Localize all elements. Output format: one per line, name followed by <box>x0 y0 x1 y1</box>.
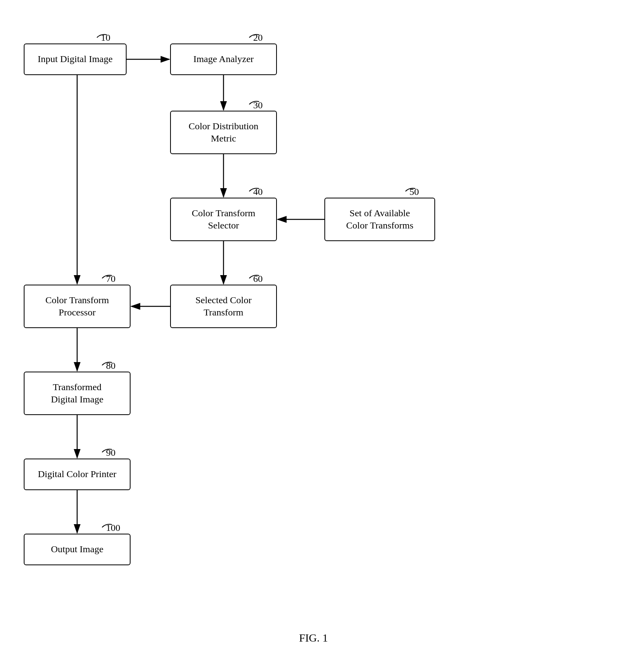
set-of-available-color-transforms-label: Set of AvailableColor Transforms <box>346 207 413 232</box>
ref-60: 60 <box>253 274 263 284</box>
input-digital-image-box: Input Digital Image <box>24 43 127 75</box>
selected-color-transform-box: Selected ColorTransform <box>170 285 277 328</box>
transformed-digital-image-box: TransformedDigital Image <box>24 372 131 415</box>
ref-10: 10 <box>101 32 110 43</box>
ref-70: 70 <box>106 274 116 284</box>
figure-caption: FIG. 1 <box>299 632 328 644</box>
color-transform-selector-label: Color TransformSelector <box>192 207 256 232</box>
set-of-available-color-transforms-box: Set of AvailableColor Transforms <box>324 198 435 241</box>
color-transform-processor-box: Color TransformProcessor <box>24 285 131 328</box>
ref-30: 30 <box>253 100 263 111</box>
diagram-container: Input Digital Image Image Analyzer Color… <box>0 16 627 656</box>
input-digital-image-label: Input Digital Image <box>38 53 112 65</box>
transformed-digital-image-label: TransformedDigital Image <box>51 381 104 406</box>
color-distribution-metric-box: Color DistributionMetric <box>170 111 277 154</box>
digital-color-printer-box: Digital Color Printer <box>24 459 131 490</box>
output-image-label: Output Image <box>51 543 104 555</box>
ref-20: 20 <box>253 32 263 43</box>
color-transform-processor-label: Color TransformProcessor <box>45 294 109 319</box>
ref-90: 90 <box>106 447 116 458</box>
ref-80: 80 <box>106 361 116 371</box>
color-distribution-metric-label: Color DistributionMetric <box>189 120 259 145</box>
color-transform-selector-box: Color TransformSelector <box>170 198 277 241</box>
image-analyzer-label: Image Analyzer <box>193 53 254 65</box>
image-analyzer-box: Image Analyzer <box>170 43 277 75</box>
selected-color-transform-label: Selected ColorTransform <box>195 294 252 319</box>
digital-color-printer-label: Digital Color Printer <box>38 468 117 480</box>
ref-100: 100 <box>106 523 120 533</box>
output-image-box: Output Image <box>24 534 131 565</box>
ref-50: 50 <box>409 187 419 197</box>
ref-40: 40 <box>253 187 263 197</box>
